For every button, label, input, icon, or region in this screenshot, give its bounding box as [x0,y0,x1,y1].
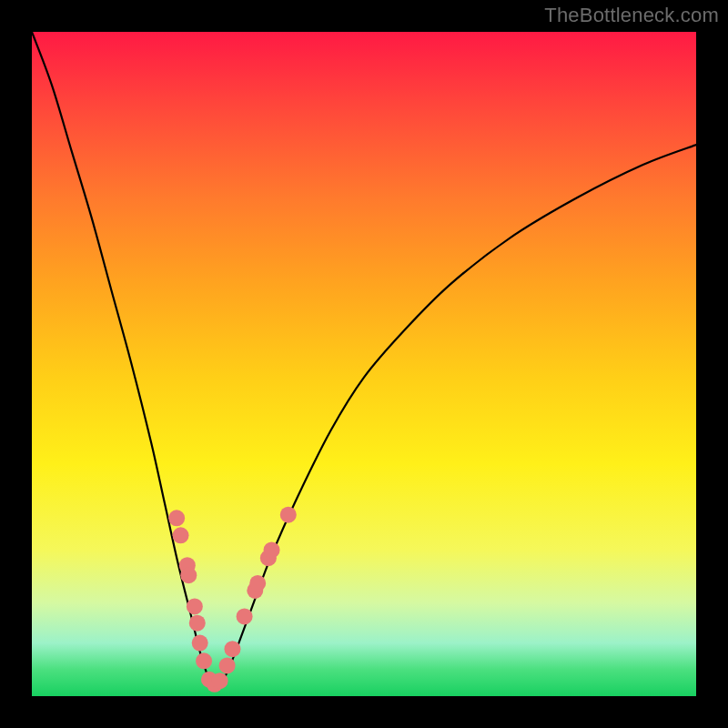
data-marker [224,641,240,657]
data-marker [264,541,280,558]
data-marker [187,598,203,614]
data-marker [249,575,266,592]
chart-svg [32,32,696,696]
data-marker [168,510,185,526]
data-marker [196,652,212,669]
data-marker [192,635,208,652]
bottleneck-curve [32,32,696,686]
data-marker [237,608,253,624]
data-marker [219,657,236,673]
data-marker [173,527,189,543]
data-marker [189,615,206,632]
data-marker [280,507,297,523]
data-marker [212,672,228,689]
attribution-label: TheBottleneck.com [544,4,719,27]
data-marker [180,567,197,583]
